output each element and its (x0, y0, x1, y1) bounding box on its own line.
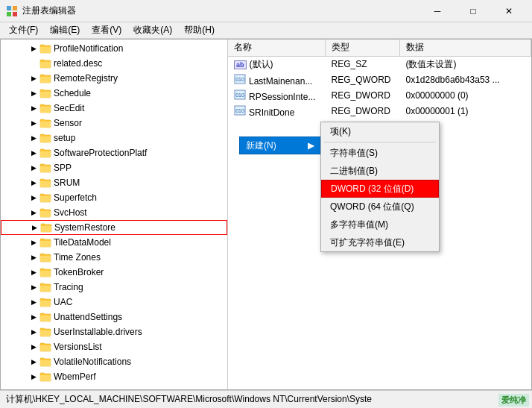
tree-item[interactable]: ▶ SystemRestore (1, 220, 227, 235)
reg-type-cell: REG_DWORD (325, 88, 399, 104)
tree-expand-icon[interactable]: ▶ (28, 132, 39, 144)
tree-expand-icon[interactable] (28, 57, 39, 69)
folder-icon (39, 162, 51, 174)
reg-data-cell: 0x00000000 (0) (399, 88, 531, 104)
svg-rect-0 (7, 6, 11, 10)
tree-item-label: Superfetch (54, 192, 97, 203)
tree-expand-icon[interactable]: ▶ (28, 192, 39, 204)
folder-icon (39, 43, 51, 54)
submenu-item-string[interactable]: 字符串值(S) (321, 144, 439, 162)
tree-item[interactable]: ▶ TileDataModel (1, 235, 227, 250)
tree-item-label: SPP (54, 163, 72, 173)
tree-item[interactable]: ▶ ProfileNotification (1, 41, 227, 56)
tree-item-label: ProfileNotification (54, 43, 123, 54)
tree-expand-icon[interactable]: ▶ (28, 296, 39, 308)
title-bar: 注册表编辑器 ─ □ ✕ (0, 0, 532, 22)
menu-edit[interactable]: 编辑(E) (44, 22, 86, 38)
menu-favorites[interactable]: 收藏夹(A) (127, 22, 178, 38)
folder-icon (39, 356, 51, 368)
menu-help[interactable]: 帮助(H) (178, 22, 221, 38)
tree-expand-icon[interactable]: ▶ (28, 251, 39, 263)
tree-expand-icon[interactable]: ▶ (28, 371, 39, 383)
reg-name-cell: ab(默认) (228, 56, 325, 72)
tree-item[interactable]: ▶ Sensor (1, 116, 227, 131)
status-bar: 计算机\HKEY_LOCAL_MACHINE\SOFTWARE\Microsof… (0, 390, 532, 408)
new-menu-button[interactable]: 新建(N) ▶ (239, 136, 321, 154)
tree-item[interactable]: ▶ UnattendSettings (1, 310, 227, 324)
minimize-button[interactable]: ─ (420, 0, 455, 22)
svg-rect-1 (13, 6, 17, 10)
table-row[interactable]: 010SRInitDoneREG_DWORD0x00000001 (1) (228, 104, 531, 119)
tree-expand-icon[interactable]: ▶ (28, 43, 39, 54)
tree-item[interactable]: ▶ Tracing (1, 280, 227, 295)
reg-data-cell: (数值未设置) (399, 56, 531, 72)
maximize-button[interactable]: □ (456, 0, 490, 22)
tree-expand-icon[interactable]: ▶ (28, 311, 39, 323)
tree-expand-icon[interactable]: ▶ (28, 236, 39, 248)
tree-item-label: Tracing (54, 282, 83, 292)
tree-item[interactable]: ▶ UAC (1, 295, 227, 310)
tree-expand-icon[interactable]: ▶ (28, 162, 39, 174)
main-container: ▶ ProfileNotification related.desc▶ Remo… (0, 39, 532, 390)
svg-text:010: 010 (235, 77, 244, 82)
tree-item[interactable]: ▶ WbemPerf (1, 369, 227, 384)
new-menu-arrow: ▶ (308, 140, 314, 151)
tree-item[interactable]: ▶ VolatileNotifications (1, 354, 227, 369)
tree-expand-icon[interactable]: ▶ (28, 102, 39, 114)
submenu-item-multistring[interactable]: 多字符串值(M) (321, 216, 439, 233)
tree-item[interactable]: ▶ SecEdit (1, 101, 227, 116)
table-row[interactable]: 010RPSessionInte...REG_DWORD0x00000000 (… (228, 88, 531, 104)
tree-item[interactable]: ▶ VersionsList (1, 339, 227, 354)
close-button[interactable]: ✕ (492, 0, 526, 22)
submenu-item-key[interactable]: 项(K) (321, 122, 439, 140)
tree-expand-icon[interactable]: ▶ (28, 281, 39, 293)
submenu-item-expandstring[interactable]: 可扩充字符串值(E) (321, 233, 439, 251)
tree-item[interactable]: ▶ SoftwareProtectionPlatf (1, 145, 227, 160)
table-row[interactable]: 010LastMainenan...REG_QWORD0x1d28db6a6b4… (228, 72, 531, 88)
folder-icon (39, 72, 51, 84)
registry-table: 名称 类型 数据 ab(默认)REG_SZ(数值未设置)010LastMaine… (228, 40, 531, 119)
tree-item[interactable]: ▶ RemoteRegistry (1, 71, 227, 86)
submenu-item-dword[interactable]: DWORD (32 位值(D) (321, 180, 439, 198)
tree-item[interactable]: ▶ SRUM (1, 175, 227, 190)
tree-item-label: UnattendSettings (54, 312, 122, 322)
window-title: 注册表编辑器 (22, 4, 420, 17)
tree-expand-icon[interactable]: ▶ (28, 326, 39, 338)
folder-icon (39, 326, 51, 338)
app-icon (6, 5, 18, 17)
tree-expand-icon[interactable]: ▶ (28, 266, 39, 278)
tree-item-label: SvcHost (54, 207, 87, 218)
menu-file[interactable]: 文件(F) (3, 22, 44, 38)
tree-item[interactable]: ▶ UserInstallable.drivers (1, 324, 227, 339)
tree-expand-icon[interactable]: ▶ (28, 177, 39, 189)
status-path: 计算机\HKEY_LOCAL_MACHINE\SOFTWARE\Microsof… (6, 393, 372, 406)
tree-item[interactable]: ▶ Schedule (1, 86, 227, 101)
table-row[interactable]: ab(默认)REG_SZ(数值未设置) (228, 56, 531, 72)
reg-data-cell: 0x1d28db6a6b43a53 ... (399, 72, 531, 88)
tree-item[interactable]: ▶ SPP (1, 160, 227, 175)
tree-expand-icon[interactable]: ▶ (28, 87, 39, 99)
tree-item[interactable]: ▶ Time Zones (1, 250, 227, 265)
tree-item[interactable]: ▶ setup (1, 131, 227, 145)
tree-item[interactable]: ▶ SvcHost (1, 205, 227, 220)
menu-view[interactable]: 查看(V) (86, 22, 127, 38)
tree-expand-icon[interactable]: ▶ (28, 222, 40, 233)
tree-expand-icon[interactable]: ▶ (28, 341, 39, 353)
tree-expand-icon[interactable]: ▶ (28, 147, 39, 159)
tree-expand-icon[interactable]: ▶ (28, 117, 39, 129)
folder-icon (39, 57, 51, 69)
folder-icon (39, 341, 51, 353)
tree-item[interactable]: ▶ TokenBroker (1, 265, 227, 280)
tree-expand-icon[interactable]: ▶ (28, 356, 39, 368)
tree-item[interactable]: related.desc (1, 56, 227, 71)
submenu-divider (324, 142, 436, 142)
submenu-item-qword[interactable]: QWORD (64 位值(Q) (321, 198, 439, 216)
tree-panel[interactable]: ▶ ProfileNotification related.desc▶ Remo… (1, 40, 228, 389)
tree-item[interactable]: ▶ Superfetch (1, 190, 227, 205)
folder-icon (39, 281, 51, 293)
submenu-item-binary[interactable]: 二进制值(B) (321, 162, 439, 180)
tree-expand-icon[interactable]: ▶ (28, 207, 39, 219)
folder-icon (39, 266, 51, 278)
tree-expand-icon[interactable]: ▶ (28, 72, 39, 84)
tree-item-label: VersionsList (54, 342, 102, 352)
